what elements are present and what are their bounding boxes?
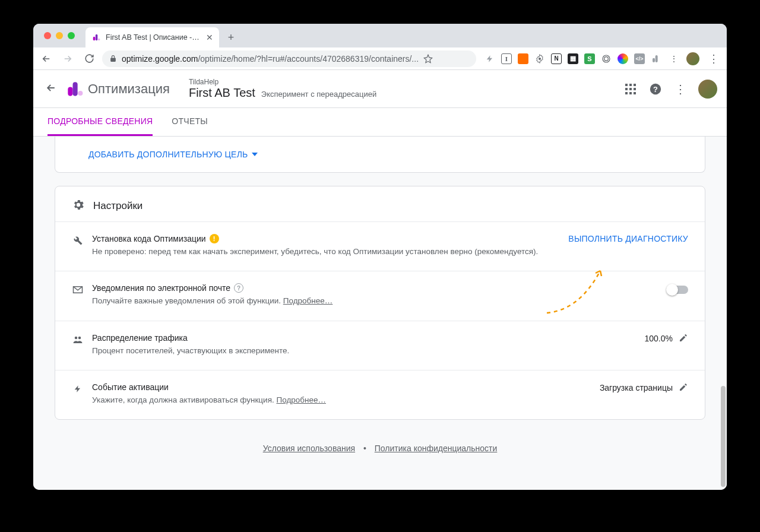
svg-rect-6 bbox=[653, 58, 655, 62]
profile-avatar-small[interactable] bbox=[686, 52, 699, 65]
email-toggle[interactable] bbox=[668, 286, 688, 294]
star-icon[interactable] bbox=[423, 54, 433, 64]
minimize-window-button[interactable] bbox=[56, 32, 63, 39]
ext-icon-i[interactable]: I bbox=[501, 53, 512, 64]
close-tab-button[interactable]: ✕ bbox=[206, 33, 213, 42]
ext-separator: ⋮ bbox=[667, 54, 680, 64]
url-input[interactable]: optimize.google.com/optimize/home/?hl=ru… bbox=[102, 50, 476, 67]
experiment-subtitle: Эксперимент с переадресацией bbox=[261, 90, 376, 99]
run-diagnostics-button[interactable]: ВЫПОЛНИТЬ ДИАГНОСТИКУ bbox=[568, 234, 688, 243]
svg-rect-16 bbox=[634, 88, 636, 90]
optimize-favicon bbox=[91, 33, 101, 42]
svg-rect-7 bbox=[656, 55, 658, 62]
bolt-icon bbox=[72, 384, 84, 394]
forward-button[interactable] bbox=[59, 50, 76, 67]
help-circle-icon[interactable]: ? bbox=[234, 283, 243, 293]
window-controls bbox=[39, 24, 86, 48]
footer-separator: • bbox=[363, 444, 366, 453]
header-titles: TildaHelp First AB Test Эксперимент с пе… bbox=[189, 78, 376, 100]
svg-point-2 bbox=[98, 39, 100, 41]
terms-link[interactable]: Условия использования bbox=[263, 444, 355, 453]
url-text: optimize.google.com/optimize/home/?hl=ru… bbox=[122, 54, 419, 64]
maximize-window-button[interactable] bbox=[68, 32, 75, 39]
ext-icon-bolt[interactable] bbox=[484, 53, 495, 64]
ext-icon-grid[interactable]: ▦ bbox=[568, 53, 578, 64]
settings-card: Настройки Установка кода Оптимизации ! Н… bbox=[55, 186, 705, 420]
optimize-logo[interactable]: Оптимизация bbox=[66, 81, 170, 97]
reload-button[interactable] bbox=[81, 50, 97, 67]
tab-strip: First AB Test | Описание - Оп ✕ + bbox=[33, 24, 727, 48]
svg-rect-17 bbox=[625, 92, 628, 94]
new-tab-button[interactable]: + bbox=[223, 29, 239, 46]
traffic-value: 100.0% bbox=[645, 334, 673, 343]
user-avatar[interactable] bbox=[698, 80, 717, 99]
optimize-logo-icon bbox=[66, 81, 83, 97]
product-name: Оптимизация bbox=[88, 81, 170, 97]
email-title: Уведомления по электронной почте bbox=[92, 283, 230, 293]
svg-rect-15 bbox=[629, 88, 632, 90]
warning-icon: ! bbox=[210, 234, 219, 243]
settings-row-traffic: Распределение трафика Процент посетителе… bbox=[55, 321, 705, 370]
gear-icon bbox=[72, 198, 85, 213]
ext-icon-gear[interactable] bbox=[534, 53, 545, 64]
browser-menu-button[interactable]: ⋮ bbox=[705, 50, 722, 67]
install-title: Установка кода Оптимизации bbox=[92, 234, 206, 243]
ext-icon-spiral[interactable] bbox=[601, 53, 612, 64]
browser-window: First AB Test | Описание - Оп ✕ + optimi… bbox=[33, 24, 727, 490]
edit-traffic-button[interactable] bbox=[679, 333, 688, 344]
activation-value: Загрузка страницы bbox=[600, 383, 673, 392]
more-menu-icon[interactable]: ⋮ bbox=[673, 82, 688, 96]
wrench-icon bbox=[72, 235, 84, 246]
svg-point-5 bbox=[604, 56, 609, 61]
settings-card-header: Настройки bbox=[55, 186, 705, 221]
tabs-nav: ПОДРОБНЫЕ СВЕДЕНИЯ ОТЧЕТЫ bbox=[33, 108, 727, 137]
goals-card: ДОБАВИТЬ ДОПОЛНИТЕЛЬНУЮ ЦЕЛЬ bbox=[55, 137, 705, 173]
ext-icon-n[interactable]: N bbox=[551, 53, 562, 64]
add-goal-button[interactable]: ДОБАВИТЬ ДОПОЛНИТЕЛЬНУЮ ЦЕЛЬ bbox=[69, 137, 705, 172]
tab-details[interactable]: ПОДРОБНЫЕ СВЕДЕНИЯ bbox=[48, 108, 153, 136]
email-desc: Получайте важные уведомления об этой фун… bbox=[92, 295, 660, 307]
svg-rect-18 bbox=[629, 92, 632, 94]
svg-point-23 bbox=[78, 336, 81, 339]
chevron-down-icon bbox=[252, 151, 258, 157]
account-name: TildaHelp bbox=[189, 78, 376, 86]
install-desc: Не проверено: перед тем как начать экспе… bbox=[92, 246, 560, 258]
browser-tab[interactable]: First AB Test | Описание - Оп ✕ bbox=[86, 27, 219, 48]
svg-rect-19 bbox=[634, 92, 636, 94]
svg-point-3 bbox=[539, 58, 541, 60]
app-back-button[interactable] bbox=[43, 80, 59, 98]
privacy-link[interactable]: Политика конфиденциальности bbox=[375, 444, 498, 453]
activation-desc: Укажите, когда должна активироваться фун… bbox=[92, 394, 591, 406]
ext-icon-orange[interactable] bbox=[518, 53, 528, 64]
extensions-row: I N ▦ S </> ⋮ ⋮ bbox=[481, 50, 722, 67]
toggle-knob bbox=[666, 284, 678, 296]
svg-rect-13 bbox=[634, 84, 636, 86]
ext-icon-s[interactable]: S bbox=[584, 53, 595, 64]
close-window-button[interactable] bbox=[44, 32, 51, 39]
email-learn-more-link[interactable]: Подробнее… bbox=[283, 296, 333, 305]
tab-reports[interactable]: ОТЧЕТЫ bbox=[172, 108, 208, 136]
activation-learn-more-link[interactable]: Подробнее… bbox=[276, 395, 326, 404]
settings-row-activation: Событие активации Укажите, когда должна … bbox=[55, 370, 705, 419]
people-icon bbox=[72, 334, 84, 345]
svg-rect-14 bbox=[625, 88, 628, 90]
help-icon[interactable]: ? bbox=[648, 82, 663, 96]
svg-point-10 bbox=[78, 90, 83, 95]
svg-rect-12 bbox=[629, 84, 632, 86]
svg-point-4 bbox=[603, 55, 610, 62]
edit-activation-button[interactable] bbox=[679, 382, 688, 394]
tab-title: First AB Test | Описание - Оп bbox=[106, 33, 201, 42]
settings-title: Настройки bbox=[93, 200, 142, 212]
mail-icon bbox=[72, 284, 84, 295]
settings-row-install: Установка кода Оптимизации ! Не проверен… bbox=[55, 221, 705, 271]
apps-icon[interactable] bbox=[623, 82, 638, 96]
add-goal-label: ДОБАВИТЬ ДОПОЛНИТЕЛЬНУЮ ЦЕЛЬ bbox=[88, 150, 248, 159]
ext-icon-optimize[interactable] bbox=[651, 53, 661, 64]
lock-icon bbox=[109, 55, 117, 62]
ext-icon-rainbow[interactable] bbox=[618, 53, 628, 64]
app-header: Оптимизация TildaHelp First AB Test Эксп… bbox=[33, 70, 727, 108]
scrollbar-thumb[interactable] bbox=[721, 386, 726, 487]
back-button[interactable] bbox=[38, 50, 55, 67]
ext-icon-code[interactable]: </> bbox=[634, 53, 645, 64]
activation-title: Событие активации bbox=[92, 382, 169, 392]
